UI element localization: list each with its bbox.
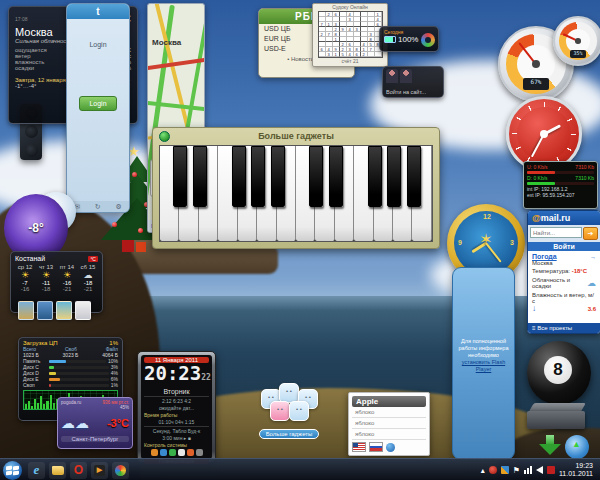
sudoku-cell[interactable]: 1 (333, 52, 340, 57)
gift-box (122, 240, 134, 252)
disc-eject-icon[interactable] (565, 435, 589, 459)
forecast-day: пт 14☀-16-21 (57, 264, 77, 292)
mailru-city: Москва (532, 260, 596, 266)
battery-icon (384, 36, 396, 43)
download-bar (527, 182, 594, 185)
sudoku-cell[interactable] (375, 52, 382, 57)
ru-flag-icon[interactable] (369, 442, 383, 452)
taskbar-app-icon[interactable] (112, 462, 129, 479)
tray-app-icon[interactable] (489, 466, 497, 474)
taskbar-player-icon[interactable]: ▶ (91, 462, 108, 479)
tray-red-icon[interactable] (547, 466, 555, 474)
action-center-flag-icon[interactable]: ⚑ (513, 466, 520, 475)
tamagotchi-label[interactable]: Больше гаджеты (259, 429, 319, 439)
sudoku-cell[interactable] (368, 52, 375, 57)
spb-weather-gadget[interactable]: pogoda.ru936 мм рт.ст. 45% ☁☁ -3°C Санкт… (57, 397, 133, 449)
refresh-icon[interactable]: ↻ (95, 203, 101, 211)
volume-icon[interactable] (536, 466, 543, 474)
external-drive-gadget[interactable] (527, 403, 587, 433)
cloud-icon: ☁ (587, 278, 596, 288)
taskbar[interactable]: e O ▶ ▴ ⚑ 19:23 11.01.2011 (0, 458, 600, 480)
system-tray[interactable]: ▴ ⚑ 19:23 11.01.2011 (481, 462, 600, 478)
tray-media-icon[interactable] (501, 466, 509, 474)
sudoku-cell[interactable]: 5 (340, 52, 347, 57)
twitter-login-gadget[interactable]: t Login Login ✉ ↻ ⚙ (66, 3, 130, 213)
hidden-icons-button[interactable]: ▴ (481, 466, 485, 475)
social-login-gadget[interactable]: Войти на сайт... (382, 66, 444, 98)
mailru-informer-gadget[interactable]: @mail.ru ➔ Войти Погода → Москва Темпера… (527, 210, 600, 334)
twitter-footer: ✉ ↻ ⚙ (67, 201, 129, 212)
social-login-label[interactable]: Войти на сайт... (386, 89, 440, 95)
taskbar-clock[interactable]: 19:23 11.01.2011 (559, 462, 596, 478)
tile-thumbnail[interactable] (75, 301, 91, 320)
taskbar-opera-icon[interactable]: O (70, 462, 87, 479)
piano-black-key[interactable] (232, 146, 246, 207)
mailru-projects-link[interactable]: ≡ Все проекты (528, 323, 600, 333)
network-icon[interactable] (524, 466, 532, 474)
translator-result: яблоко (352, 418, 426, 429)
sudoku-gadget[interactable]: Судоку Онлайн 26413471362943278318264586… (312, 3, 388, 67)
organizer-shortcut-icons[interactable] (144, 449, 209, 456)
tamagotchi-gadget[interactable]: Больше гаджеты (257, 381, 321, 439)
download-label: D: 0 Kb/s (527, 175, 548, 181)
clouds-icon: ☁☁ (61, 415, 89, 431)
network-monitor-gadget[interactable]: U: 0 Kb/s7310 Kb D: 0 Kb/s7310 Kb int IP… (523, 161, 598, 209)
forecast-days: ср 12☀-7-16чт 13☀-11-18пт 14☀-16-21сб 15… (15, 264, 98, 292)
mailru-login-button[interactable]: Войти (528, 242, 600, 251)
mailru-search-button[interactable]: ➔ (583, 227, 598, 240)
piano-gadget[interactable]: Больше гаджеты (152, 127, 440, 249)
informer-panel-gadget[interactable]: Для полноценной работы информера необход… (452, 267, 515, 460)
mailru-search-input[interactable] (530, 227, 582, 238)
taskbar-ie-icon[interactable]: e (28, 462, 45, 479)
sysmon-row: Своп1% (23, 382, 118, 388)
piano-black-key[interactable] (368, 146, 382, 207)
globe-icon[interactable] (386, 443, 395, 452)
piano-black-key[interactable] (193, 146, 207, 207)
start-button[interactable] (3, 461, 22, 480)
tile-thumbnail[interactable] (37, 301, 53, 320)
piano-black-key[interactable] (387, 146, 401, 207)
piano-black-key[interactable] (173, 146, 187, 207)
upload-bar (527, 171, 594, 174)
arrow-right-icon[interactable]: → (590, 254, 596, 260)
ram-gauge[interactable]: 35% (553, 16, 600, 66)
mini-gadget-tiles[interactable] (18, 301, 91, 320)
magic-8ball-gadget[interactable]: 8 (527, 341, 591, 405)
organizer-clock-gadget[interactable]: 11 Января 2011 20:2322 Вторник 2:12 6:23… (137, 351, 216, 463)
forecast-city: Костанай (15, 255, 45, 262)
taskbar-explorer-icon[interactable] (49, 462, 66, 479)
translator-result: яблоко (352, 429, 426, 440)
battery-dial-icon[interactable] (421, 33, 435, 47)
gear-icon[interactable]: ⚙ (115, 203, 121, 211)
sudoku-cell[interactable] (319, 52, 326, 57)
piano-keys[interactable] (159, 145, 433, 242)
orb-temp: -8° (28, 221, 43, 235)
tile-thumbnail[interactable] (56, 301, 72, 320)
organizer-time: 20:2322 (144, 363, 209, 388)
external-ip: ext IP: 95.59.154.207 (527, 192, 594, 198)
piano-black-key[interactable] (271, 146, 285, 207)
piano-black-key[interactable] (309, 146, 323, 207)
informer-link[interactable]: установить Flash Player (462, 359, 505, 372)
traffic-light-yellow (25, 125, 38, 138)
sudoku-cell[interactable]: 4 (347, 52, 354, 57)
compass-star-icon: ✶ (447, 230, 525, 249)
humidity: 45% (120, 405, 129, 410)
piano-black-key[interactable] (251, 146, 265, 207)
sudoku-cell[interactable]: 3 (326, 52, 333, 57)
piano-black-key[interactable] (329, 146, 343, 207)
tile-thumbnail[interactable] (18, 301, 34, 320)
translator-word: Apple (352, 396, 426, 407)
translator-gadget[interactable]: Apple яблокояблокояблоко (348, 392, 430, 456)
translator-results: яблокояблокояблоко (352, 407, 426, 440)
eject-arrow-icon[interactable] (537, 435, 563, 459)
sudoku-grid[interactable]: 264134713629432783182645864923817315462 (318, 11, 383, 58)
sudoku-cell[interactable]: 2 (361, 52, 368, 57)
mailru-temp: -18°C (572, 268, 587, 274)
us-flag-icon[interactable] (352, 442, 366, 452)
twitter-login-button[interactable]: Login (79, 96, 117, 111)
sudoku-cell[interactable]: 6 (354, 52, 361, 57)
mailru-weather-link[interactable]: Погода (532, 253, 557, 260)
battery-gadget[interactable]: Сегодня 100% (379, 26, 439, 52)
piano-black-key[interactable] (407, 146, 421, 207)
